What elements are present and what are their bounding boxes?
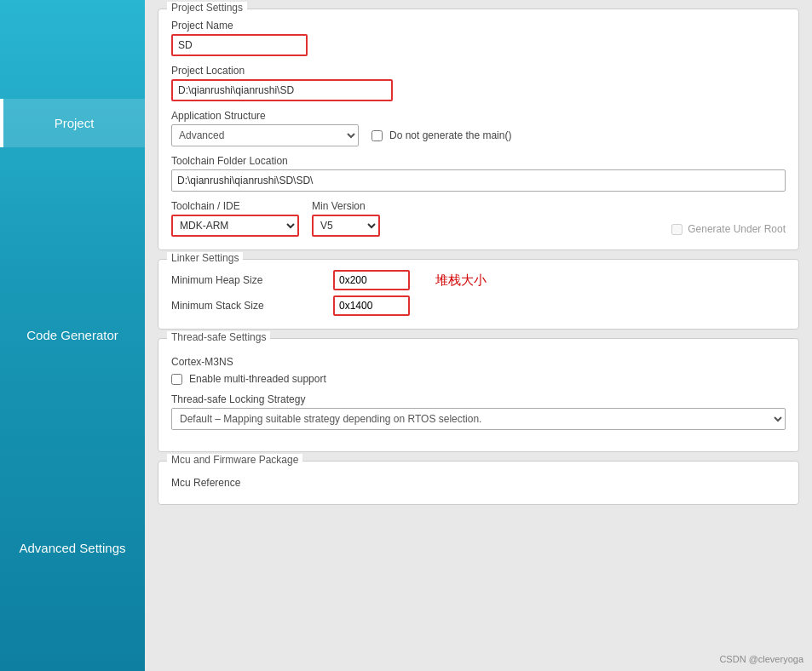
watermark: CSDN @cleveryoga: [719, 654, 803, 664]
mcu-reference-label: Mcu Reference: [171, 477, 786, 489]
project-settings-group: Project Settings Project Name Project Lo…: [158, 9, 799, 250]
enable-multithreaded-label: Enable multi-threaded support: [189, 373, 326, 385]
project-name-input[interactable]: [171, 34, 308, 56]
linker-settings-title: Linker Settings: [167, 252, 243, 264]
generate-under-root-checkbox[interactable]: [671, 224, 682, 235]
min-heap-row: 堆栈大小: [333, 270, 786, 290]
min-stack-label: Minimum Stack Size: [171, 300, 325, 312]
project-name-label: Project Name: [171, 20, 786, 32]
min-version-col: Min Version V5: [312, 200, 380, 237]
toolchain-ide-label: Toolchain / IDE: [171, 200, 299, 212]
sidebar-item-project[interactable]: Project: [0, 99, 145, 147]
project-location-row: Project Location: [171, 65, 786, 101]
sidebar: Project Code Generator Advanced Settings: [0, 0, 145, 671]
do-not-generate-main-label: Do not generate the main(): [389, 129, 511, 141]
mcu-firmware-title: Mcu and Firmware Package: [167, 454, 302, 466]
app-structure-label: Application Structure: [171, 110, 786, 122]
project-settings-title: Project Settings: [167, 2, 247, 14]
mcu-firmware-group: Mcu and Firmware Package Mcu Reference: [158, 461, 799, 505]
locking-strategy-select[interactable]: Default – Mapping suitable strategy depe…: [171, 408, 786, 430]
sidebar-item-advanced-settings[interactable]: Advanced Settings: [0, 524, 145, 572]
linker-grid: Minimum Heap Size 堆栈大小 Minimum Stack Siz…: [171, 270, 786, 316]
thread-safe-body: Cortex-M3NS Enable multi-threaded suppor…: [171, 349, 786, 430]
toolchain-folder-label: Toolchain Folder Location: [171, 155, 786, 167]
app-structure-inline: Advanced Do not generate the main(): [171, 124, 786, 146]
generate-under-root-label: Generate Under Root: [688, 223, 786, 235]
toolchain-ide-col: Toolchain / IDE MDK-ARM: [171, 200, 299, 237]
min-version-select[interactable]: V5: [312, 215, 380, 237]
do-not-generate-main-row: Do not generate the main(): [371, 129, 511, 141]
project-location-input[interactable]: [171, 79, 393, 101]
enable-multithreaded-row: Enable multi-threaded support: [171, 373, 786, 385]
min-stack-row: [333, 295, 786, 316]
do-not-generate-main-checkbox[interactable]: [371, 130, 383, 141]
min-stack-input[interactable]: [333, 295, 410, 316]
toolchain-folder-row: Toolchain Folder Location: [171, 155, 786, 192]
cortex-label: Cortex-M3NS: [171, 356, 786, 368]
locking-strategy-label: Thread-safe Locking Strategy: [171, 393, 786, 405]
project-location-label: Project Location: [171, 65, 786, 77]
enable-multithreaded-checkbox[interactable]: [171, 374, 182, 385]
thread-safe-settings-group: Thread-safe Settings Cortex-M3NS Enable …: [158, 338, 799, 452]
project-name-row: Project Name: [171, 20, 786, 56]
annotation-text: 堆栈大小: [435, 272, 487, 289]
linker-settings-group: Linker Settings Minimum Heap Size 堆栈大小 M…: [158, 259, 799, 330]
toolchain-folder-input[interactable]: [171, 169, 786, 192]
generate-under-root-row: Generate Under Root: [671, 223, 786, 237]
app-structure-select[interactable]: Advanced: [171, 124, 359, 146]
main-content: Project Settings Project Name Project Lo…: [145, 0, 812, 671]
sidebar-item-code-generator[interactable]: Code Generator: [0, 311, 145, 359]
toolchain-row: Toolchain / IDE MDK-ARM Min Version V5 G…: [171, 200, 786, 237]
min-version-label: Min Version: [312, 200, 380, 212]
thread-safe-title: Thread-safe Settings: [167, 331, 270, 343]
locking-strategy-row: Thread-safe Locking Strategy Default – M…: [171, 393, 786, 430]
toolchain-ide-select[interactable]: MDK-ARM: [171, 215, 299, 237]
app-structure-row: Application Structure Advanced Do not ge…: [171, 110, 786, 146]
min-heap-label: Minimum Heap Size: [171, 274, 325, 286]
min-heap-input[interactable]: [333, 270, 410, 290]
